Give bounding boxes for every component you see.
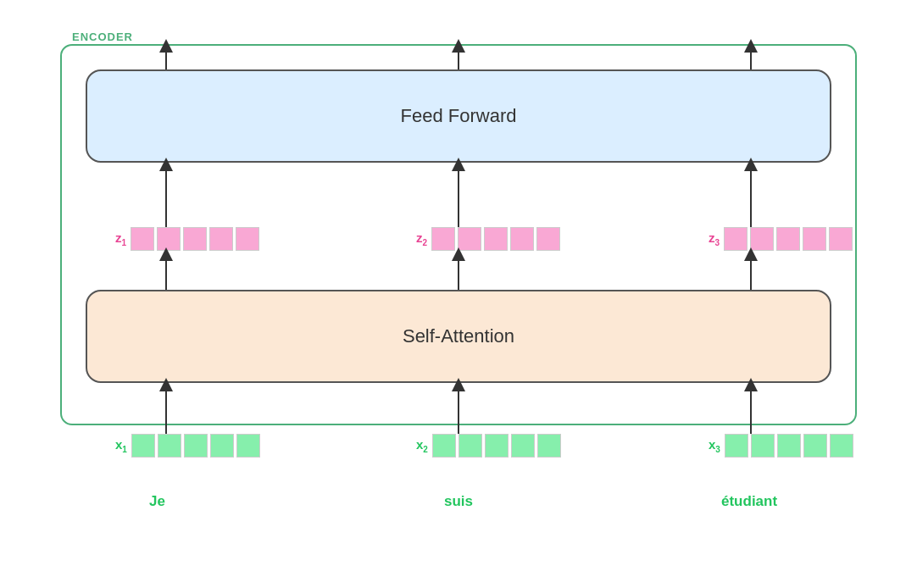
z2-vector: z2: [416, 227, 560, 251]
z1-block-1: [131, 227, 154, 251]
z2-block-4: [510, 227, 534, 251]
z1-vector: z1: [115, 227, 259, 251]
x1-block-2: [158, 434, 181, 458]
x2-block-1: [432, 434, 456, 458]
z3-label: z3: [709, 230, 720, 247]
word-etudiant: étudiant: [721, 493, 777, 510]
z3-block-5: [829, 227, 853, 251]
word-je: Je: [149, 493, 165, 510]
word-suis: suis: [444, 493, 473, 510]
x3-block-2: [751, 434, 775, 458]
x2-vector: x2: [416, 434, 561, 458]
z1-block-4: [209, 227, 233, 251]
x1-block-3: [184, 434, 208, 458]
z3-block-1: [724, 227, 747, 251]
z1-block-3: [183, 227, 207, 251]
z2-block-3: [484, 227, 508, 251]
feed-forward-box: Feed Forward: [86, 69, 831, 163]
z3-block-4: [803, 227, 826, 251]
x3-block-4: [803, 434, 827, 458]
x2-block-4: [511, 434, 535, 458]
z1-label: z1: [115, 230, 126, 247]
diagram-container: ENCODER Feed Forward Self-Attention z1 z…: [35, 19, 882, 569]
x2-label: x2: [416, 437, 428, 454]
x1-block-1: [131, 434, 155, 458]
self-attention-box: Self-Attention: [86, 290, 831, 383]
x3-block-1: [725, 434, 748, 458]
feed-forward-label: Feed Forward: [401, 105, 517, 127]
x3-label: x3: [709, 437, 720, 454]
z3-vector: z3: [709, 227, 853, 251]
z2-block-1: [431, 227, 455, 251]
x1-block-4: [210, 434, 234, 458]
x2-block-3: [485, 434, 509, 458]
x1-label: x1: [115, 437, 127, 454]
x2-block-2: [458, 434, 482, 458]
x1-block-5: [236, 434, 260, 458]
z1-block-2: [157, 227, 181, 251]
encoder-label: ENCODER: [72, 31, 133, 43]
z3-block-2: [750, 227, 774, 251]
x3-vector: x3: [709, 434, 853, 458]
z2-block-5: [536, 227, 560, 251]
z1-block-5: [236, 227, 259, 251]
x2-block-5: [537, 434, 561, 458]
z2-block-2: [458, 227, 481, 251]
z2-label: z2: [416, 230, 427, 247]
z3-block-3: [776, 227, 800, 251]
x1-vector: x1: [115, 434, 260, 458]
x3-block-5: [830, 434, 853, 458]
x3-block-3: [777, 434, 801, 458]
self-attention-label: Self-Attention: [403, 325, 514, 347]
